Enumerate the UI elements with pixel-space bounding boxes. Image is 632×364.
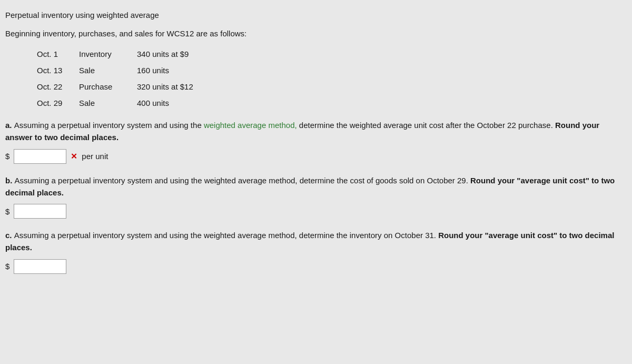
answer-input-b[interactable] bbox=[14, 204, 66, 219]
date-oct13: Oct. 13 bbox=[37, 66, 79, 75]
type-inventory: Inventory bbox=[79, 50, 137, 58]
type-sale-1: Sale bbox=[79, 66, 137, 75]
list-item: Oct. 1 Inventory 340 units at $9 bbox=[37, 50, 616, 58]
date-oct1: Oct. 1 bbox=[37, 50, 79, 58]
question-c-before: Assuming a perpetual inventory system an… bbox=[14, 231, 438, 240]
question-b-answer-row: $ bbox=[5, 204, 616, 219]
question-c-answer-row: $ bbox=[5, 259, 616, 274]
intro-text: Beginning inventory, purchases, and sale… bbox=[5, 29, 616, 38]
question-a-answer-row: $ ✕ per unit bbox=[5, 149, 616, 164]
question-a-text: a. Assuming a perpetual inventory system… bbox=[5, 119, 616, 144]
question-a-highlight: weighted average method, bbox=[204, 121, 297, 130]
question-a-section: a. Assuming a perpetual inventory system… bbox=[5, 119, 616, 164]
question-b-before: Assuming a perpetual inventory system an… bbox=[15, 176, 471, 185]
inventory-table: Oct. 1 Inventory 340 units at $9 Oct. 13… bbox=[37, 50, 616, 107]
date-oct29: Oct. 29 bbox=[37, 99, 79, 107]
page-title: Perpetual inventory using weighted avera… bbox=[5, 11, 616, 19]
question-b-label: b. bbox=[5, 176, 15, 185]
question-a-label: a. bbox=[5, 121, 14, 130]
type-sale-2: Sale bbox=[79, 99, 137, 107]
type-purchase: Purchase bbox=[79, 82, 137, 91]
per-unit-label: per unit bbox=[82, 152, 108, 161]
dollar-sign-a: $ bbox=[5, 152, 9, 161]
question-c-section: c. Assuming a perpetual inventory system… bbox=[5, 229, 616, 274]
question-a-middle: determine the weighted average unit cost… bbox=[299, 121, 555, 130]
list-item: Oct. 29 Sale 400 units bbox=[37, 99, 616, 107]
question-c-text: c. Assuming a perpetual inventory system… bbox=[5, 229, 616, 254]
dollar-sign-c: $ bbox=[5, 262, 9, 271]
question-c-label: c. bbox=[5, 231, 14, 240]
answer-input-c[interactable] bbox=[14, 259, 66, 274]
question-b-text: b. Assuming a perpetual inventory system… bbox=[5, 174, 616, 199]
detail-oct22: 320 units at $12 bbox=[137, 82, 193, 91]
x-mark-a: ✕ bbox=[71, 152, 77, 161]
detail-oct29: 400 units bbox=[137, 99, 169, 107]
detail-oct1: 340 units at $9 bbox=[137, 50, 189, 58]
question-a-before: Assuming a perpetual inventory system an… bbox=[14, 121, 204, 130]
answer-input-a[interactable] bbox=[14, 149, 66, 164]
question-b-section: b. Assuming a perpetual inventory system… bbox=[5, 174, 616, 219]
date-oct22: Oct. 22 bbox=[37, 82, 79, 91]
list-item: Oct. 13 Sale 160 units bbox=[37, 66, 616, 75]
list-item: Oct. 22 Purchase 320 units at $12 bbox=[37, 82, 616, 91]
detail-oct13: 160 units bbox=[137, 66, 169, 75]
dollar-sign-b: $ bbox=[5, 207, 9, 216]
